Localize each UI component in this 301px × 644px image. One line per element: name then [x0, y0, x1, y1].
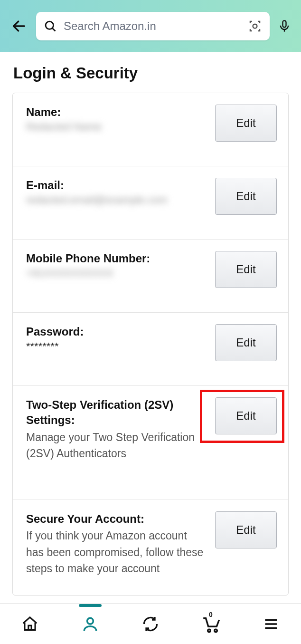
hamburger-icon [263, 616, 279, 632]
svg-point-1 [46, 21, 53, 29]
setting-row-password: Password: ******** Edit [13, 313, 288, 386]
home-icon [21, 615, 39, 633]
setting-description: Manage your Two Step Verification (2SV) … [26, 429, 207, 462]
page-title: Login & Security [0, 52, 301, 93]
nav-refresh[interactable] [137, 611, 164, 637]
setting-row-name: Name: Redacted Name Edit [13, 93, 288, 166]
setting-row-email: E-mail: redacted.email@example.com Edit [13, 166, 288, 240]
setting-label: Mobile Phone Number: [26, 251, 207, 266]
setting-label: Name: [26, 105, 207, 120]
microphone-icon [278, 18, 291, 34]
setting-label: Secure Your Account: [26, 511, 207, 527]
nav-active-indicator [79, 604, 102, 607]
back-button[interactable] [9, 16, 29, 37]
svg-point-3 [253, 24, 257, 28]
edit-email-button[interactable]: Edit [215, 178, 277, 215]
arrow-left-icon [11, 18, 27, 34]
camera-scan-icon[interactable] [248, 19, 262, 33]
setting-value: redacted.email@example.com [26, 194, 207, 206]
setting-row-2sv: Two-Step Verification (2SV) Settings: Ma… [13, 386, 288, 500]
bottom-nav: 0 [0, 603, 301, 644]
svg-point-9 [214, 629, 217, 632]
setting-row-phone: Mobile Phone Number: +91XXXXXXXXXX Edit [13, 240, 288, 313]
setting-value: +91XXXXXXXXXX [26, 267, 207, 279]
edit-2sv-button[interactable]: Edit [215, 397, 277, 434]
user-icon [81, 615, 99, 633]
svg-point-8 [207, 629, 210, 632]
edit-password-button[interactable]: Edit [215, 324, 277, 361]
search-icon [44, 19, 57, 33]
edit-phone-button[interactable]: Edit [215, 251, 277, 288]
setting-description: If you think your Amazon account has bee… [26, 528, 207, 577]
cart-count-badge: 0 [209, 611, 213, 618]
svg-line-2 [53, 28, 56, 31]
voice-search-button[interactable] [276, 16, 292, 37]
nav-cart[interactable]: 0 [198, 611, 224, 637]
setting-label: E-mail: [26, 178, 207, 193]
search-input[interactable] [64, 19, 241, 33]
search-bar[interactable] [36, 12, 270, 40]
edit-name-button[interactable]: Edit [215, 105, 277, 142]
app-header [0, 0, 301, 52]
refresh-icon [142, 615, 159, 633]
nav-menu[interactable] [258, 611, 284, 637]
nav-account[interactable] [77, 611, 103, 637]
setting-value: Redacted Name [26, 121, 207, 133]
settings-list: Name: Redacted Name Edit E-mail: redacte… [12, 93, 289, 596]
nav-home[interactable] [17, 611, 43, 637]
svg-rect-4 [283, 20, 286, 27]
setting-label: Password: [26, 324, 207, 339]
svg-point-7 [87, 618, 94, 624]
setting-row-secure-account: Secure Your Account: If you think your A… [13, 500, 288, 595]
setting-value: ******** [26, 340, 207, 353]
edit-secure-account-button[interactable]: Edit [215, 511, 277, 548]
svg-rect-6 [28, 625, 31, 630]
setting-label: Two-Step Verification (2SV) Settings: [26, 397, 207, 428]
